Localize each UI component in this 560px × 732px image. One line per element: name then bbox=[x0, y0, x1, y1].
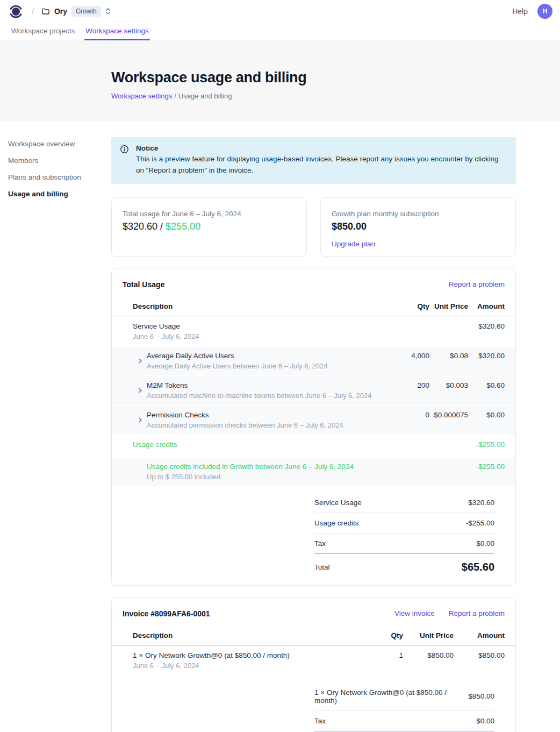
col-unit-price: Unit Price bbox=[429, 302, 468, 310]
chevron-right-icon[interactable] bbox=[138, 417, 143, 423]
row-title: Permission Checks bbox=[147, 411, 391, 419]
tab-workspace-settings[interactable]: Workspace settings bbox=[84, 23, 150, 40]
ory-logo-icon[interactable] bbox=[9, 4, 23, 19]
subscription-card-label: Growth plan monthly subscription bbox=[332, 210, 505, 218]
usage-included-amount: $255.00 bbox=[166, 221, 200, 232]
summary-row-tax: Tax $0.00 bbox=[314, 711, 494, 731]
summary-label: Tax bbox=[314, 539, 326, 548]
summary-row-tax: Tax $0.00 bbox=[314, 534, 494, 554]
col-amount: Amount bbox=[454, 631, 505, 639]
breadcrumb-workspace-settings-link[interactable]: Workspace settings bbox=[111, 92, 172, 100]
table-row-usage-credits-detail: Usage credits included in Growth between… bbox=[112, 458, 515, 486]
col-description: Description bbox=[133, 302, 391, 310]
summary-row-invoice-line: 1 × Ory Network Growth@0 (at $850.00 / m… bbox=[314, 683, 494, 711]
summary-value: $320.60 bbox=[468, 499, 494, 507]
content-area: Notice This is a preview feature for dis… bbox=[111, 137, 516, 732]
table-row-average-daily-active-users[interactable]: Average Daily Active Users Average Daily… bbox=[112, 347, 515, 375]
plan-badge: Growth bbox=[71, 6, 101, 17]
col-description: Description bbox=[133, 631, 371, 639]
col-qty: Qty bbox=[391, 302, 429, 310]
invoice-panel: Invoice #8099AFA6-0001 View invoice Repo… bbox=[111, 597, 516, 732]
folder-icon bbox=[41, 7, 50, 16]
user-avatar[interactable]: H bbox=[537, 4, 552, 19]
summary-label: 1 × Ory Network Growth@0 (at $850.00 / m… bbox=[314, 688, 468, 705]
chevron-right-icon[interactable] bbox=[138, 388, 143, 393]
total-usage-card-label: Total usage for June 6 – July 6, 2024 bbox=[123, 210, 296, 218]
row-title: 1 × Ory Network Growth@0 (at $850.00 / m… bbox=[133, 651, 371, 659]
view-invoice-link[interactable]: View invoice bbox=[394, 609, 435, 617]
row-amount: $0.00 bbox=[468, 411, 505, 419]
row-unit-price: $0.000075 bbox=[429, 411, 468, 419]
total-usage-panel: Total Usage Report a problem Description… bbox=[111, 268, 516, 586]
row-amount: -$255.00 bbox=[468, 463, 505, 471]
col-qty: Qty bbox=[371, 631, 403, 639]
col-unit-price: Unit Price bbox=[403, 631, 454, 639]
sidebar-item-plans-and-subscription[interactable]: Plans and subscription bbox=[8, 170, 111, 184]
row-qty: 1 bbox=[371, 651, 403, 659]
usage-amount-separator: / bbox=[157, 221, 166, 232]
breadcrumb-separator: / bbox=[174, 92, 176, 100]
row-amount: $850.00 bbox=[454, 651, 505, 659]
summary-cards: Total usage for June 6 – July 6, 2024 $3… bbox=[111, 197, 516, 257]
sidebar-item-usage-and-billing[interactable]: Usage and billing bbox=[8, 187, 111, 201]
subscription-card-amount: $850.00 bbox=[332, 221, 505, 232]
row-qty: 200 bbox=[391, 381, 429, 389]
page-hero: Workspace usage and billing Workspace se… bbox=[0, 40, 560, 121]
row-unit-price: $850.00 bbox=[403, 651, 454, 659]
summary-row-total: Total $65.60 bbox=[314, 554, 494, 584]
breadcrumb-separator: / bbox=[32, 7, 34, 16]
summary-label: Tax bbox=[314, 717, 326, 725]
help-link[interactable]: Help bbox=[512, 7, 528, 16]
summary-label: Service Usage bbox=[314, 499, 362, 507]
sidebar-item-members[interactable]: Members bbox=[8, 154, 111, 167]
row-subtitle: Accumulated permission checks between Ju… bbox=[147, 421, 391, 429]
row-amount: $320.00 bbox=[468, 352, 505, 360]
col-amount: Amount bbox=[468, 302, 505, 310]
breadcrumb-current: Usage and billing bbox=[178, 92, 232, 100]
usage-summary: Service Usage $320.60 Usage credits -$25… bbox=[314, 493, 494, 584]
summary-total-value: $65.60 bbox=[462, 561, 494, 573]
upgrade-plan-link[interactable]: Upgrade plan bbox=[332, 240, 375, 248]
row-subtitle: Average Daily Active Users between June … bbox=[147, 362, 391, 370]
sidebar-item-workspace-overview[interactable]: Workspace overview bbox=[8, 137, 111, 151]
invoice-summary: 1 × Ory Network Growth@0 (at $850.00 / m… bbox=[314, 683, 494, 732]
summary-label: Total bbox=[314, 563, 330, 571]
notice-body: This is a preview feature for displaying… bbox=[136, 154, 507, 176]
preview-notice: Notice This is a preview feature for dis… bbox=[111, 137, 516, 184]
tab-workspace-projects[interactable]: Workspace projects bbox=[10, 23, 76, 40]
notice-title: Notice bbox=[136, 144, 507, 152]
row-subtitle: June 6 – July 6, 2024 bbox=[133, 332, 391, 340]
table-row-m2m-tokens[interactable]: M2M Tokens Accumulated machine-to-machin… bbox=[112, 376, 515, 405]
settings-sidebar: Workspace overview Members Plans and sub… bbox=[0, 137, 111, 732]
total-usage-card-amount: $320.60 / $255.00 bbox=[123, 221, 296, 232]
invoice-panel-title: Invoice #8099AFA6-0001 bbox=[123, 609, 210, 618]
row-title: Usage credits included in Growth between… bbox=[147, 463, 468, 471]
workspace-breadcrumb[interactable]: Ory Growth bbox=[41, 6, 101, 17]
row-unit-price: $0.003 bbox=[429, 381, 468, 389]
row-subtitle: Accumulated machine-to-machine tokens be… bbox=[147, 392, 391, 400]
report-problem-link[interactable]: Report a problem bbox=[449, 609, 505, 617]
workspace-tab-bar: Workspace projects Workspace settings bbox=[0, 23, 560, 40]
main-layout: Workspace overview Members Plans and sub… bbox=[0, 121, 560, 732]
table-row-permission-checks[interactable]: Permission Checks Accumulated permission… bbox=[112, 406, 515, 435]
invoice-table: Description Qty Unit Price Amount 1 × Or… bbox=[112, 627, 515, 676]
table-row-invoice-line: 1 × Ory Network Growth@0 (at $850.00 / m… bbox=[112, 645, 515, 676]
usage-used-amount: $320.60 bbox=[123, 221, 157, 232]
row-title: Average Daily Active Users bbox=[147, 352, 391, 360]
chevron-right-icon[interactable] bbox=[138, 358, 143, 364]
usage-table: Description Qty Unit Price Amount Servic… bbox=[112, 298, 515, 486]
workspace-switcher-icon[interactable] bbox=[104, 7, 112, 16]
row-unit-price: $0.08 bbox=[429, 352, 468, 360]
row-title: M2M Tokens bbox=[147, 381, 391, 389]
summary-row-usage-credits: Usage credits -$255.00 bbox=[314, 513, 494, 534]
usage-table-header: Description Qty Unit Price Amount bbox=[112, 298, 515, 316]
summary-value: $0.00 bbox=[476, 539, 494, 548]
total-usage-card: Total usage for June 6 – July 6, 2024 $3… bbox=[111, 197, 307, 257]
row-qty: 4,000 bbox=[391, 352, 429, 360]
summary-value: $0.00 bbox=[476, 717, 494, 725]
summary-label: Usage credits bbox=[314, 519, 359, 527]
top-header: / Ory Growth Help H bbox=[0, 0, 560, 23]
row-qty: 0 bbox=[391, 411, 429, 419]
row-subtitle: Up to $ 255.00 included bbox=[147, 473, 468, 481]
report-problem-link[interactable]: Report a problem bbox=[449, 280, 505, 288]
